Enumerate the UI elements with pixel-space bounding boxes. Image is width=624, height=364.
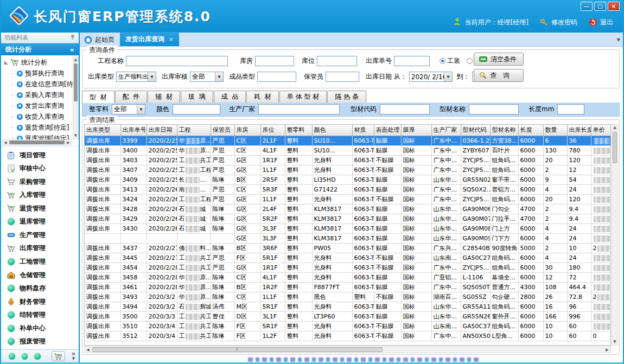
warehouse-input[interactable] [255, 56, 294, 66]
sidebar-item-采购管理[interactable]: 采购管理 [7, 177, 79, 187]
tree-item[interactable]: 发货出库查询 [3, 100, 79, 111]
column-header-库位[interactable]: 库位 [260, 125, 285, 136]
sidebar-item-退货管理[interactable]: 退货管理 [7, 204, 79, 213]
grid-vertical-scrollbar[interactable]: ▲ ▼ [612, 124, 618, 346]
table-row[interactable]: 调拨出库34452020/2/27工共工程严思F区5R1F整料光身料6063-T… [85, 253, 611, 263]
sidebar-item-入库管理[interactable]: 入库管理 [7, 190, 79, 200]
column-header-膜厚[interactable]: 膜厚 [401, 125, 431, 136]
table-row[interactable]: 调拨出库34282020/2/26石城陈琳G区2L4F整料KLM38176063… [85, 204, 611, 214]
logout-button[interactable]: 退出 [589, 18, 613, 27]
out-type-select[interactable]: 生产领料出库▼ [116, 72, 156, 82]
table-row[interactable]: 调拨出库34932020/3/2华原...陈琳C区1L1F整料黑色塑料不贴膜国标… [85, 292, 611, 302]
column-header-保管员[interactable]: 保管员 [211, 125, 234, 136]
close-button[interactable]: × [608, 2, 620, 11]
search-button[interactable]: 查 询 [474, 69, 524, 82]
scroll-right-icon[interactable]: ▶ [66, 141, 71, 145]
column-header-出库类型[interactable]: 出库类型 [85, 125, 120, 136]
column-header-长度[interactable]: 长度 [518, 125, 543, 136]
collapse-icon[interactable]: « [70, 46, 74, 54]
sidebar-item-报废管理[interactable]: 报废管理 [7, 337, 79, 346]
table-row[interactable]: 调拨出库35122020/3/4工共工程陈琳F区1L2F整料光身料6063-T5… [85, 331, 611, 341]
tree-item[interactable]: 采购入库查询 [3, 90, 79, 100]
scroll-down-icon[interactable]: ▼ [73, 133, 78, 138]
tree-item[interactable]: 收货入库查询 [3, 111, 79, 122]
keeper-input[interactable] [326, 72, 359, 82]
tree-vertical-scrollbar[interactable]: ▲ ▼ [73, 56, 79, 139]
tree-item[interactable]: 预算执行查询 [3, 68, 79, 79]
table-row[interactable]: G区3L3F整料KLM38176063-T5贴膜国标山东华...GA90M09.… [85, 233, 611, 243]
column-header-库房[interactable]: 库房 [234, 125, 260, 136]
sidebar-item-项目管理[interactable]: 项目管理 [7, 151, 79, 160]
table-row[interactable]: 调拨出库34032020/2/25工共工程严思G区1R1F整料光身料6063-T… [85, 155, 611, 165]
profile-code-input[interactable] [380, 104, 430, 114]
tab-home[interactable]: 起始页 [80, 33, 120, 46]
product-type-input[interactable] [257, 72, 296, 82]
out-audit-select[interactable]: 全部▼ [190, 72, 224, 82]
table-row[interactable]: 调拨出库34612020/2/28华原...陈琳B区1R2F整料F8877FT6… [85, 282, 611, 292]
scroll-down-icon[interactable]: ▼ [612, 339, 617, 345]
table-row[interactable]: 调拨出库34372020/2/27佛料...陈琳B区3R6F整料PW056063… [85, 243, 611, 253]
column-header-数量[interactable]: 数量 [543, 125, 567, 136]
column-header-型材代码[interactable]: 型材代码 [461, 125, 490, 136]
whole-part-select[interactable]: 全部▼ [112, 104, 145, 114]
tree-item[interactable]: 退货查询[待定] [3, 122, 79, 133]
color-input[interactable] [173, 104, 220, 114]
column-header-出库日期[interactable]: 出库日期 [147, 125, 177, 136]
column-header-出库单号[interactable]: 出库单号 [120, 125, 147, 136]
material-tab-成品[interactable]: 成 品 [214, 91, 246, 103]
column-header-颜色[interactable]: 颜色 [312, 125, 352, 136]
minimize-button[interactable]: — [581, 2, 593, 11]
tree-item[interactable]: 在途信息查询[待 [3, 79, 79, 90]
table-row[interactable]: 调拨出库35102020/3/4工共工程陈琳F区5R1F整料光身料6063-T5… [85, 321, 611, 331]
table-row[interactable]: 调拨出库34542020/2/28工共工程严思G区1R1F整料光身料6063-T… [85, 263, 611, 272]
date-from-select[interactable]: 2020/ 2/16▼ [409, 72, 453, 82]
change-password-button[interactable]: 修改密码 [540, 18, 577, 27]
scroll-left-icon[interactable]: ◀ [3, 141, 8, 145]
sidebar-item-财务管理[interactable]: 财务管理 [7, 297, 79, 306]
tree-horizontal-scrollbar[interactable]: ◀ ▶ [2, 139, 72, 145]
sidebar-item-审核中心[interactable]: 审核中心 [7, 164, 79, 173]
tree-expander-icon[interactable] [4, 61, 8, 65]
column-header-出库长度[interactable]: 出库长度 [567, 125, 591, 136]
scroll-left-icon[interactable]: ◀ [85, 348, 91, 352]
table-row[interactable]: 调拨出库34002020/2/25华原...严思C区4L1F整料SU10...6… [85, 145, 611, 155]
sidebar-item-补单中心[interactable]: 补单中心 [7, 324, 79, 333]
column-header-单价[interactable]: 单价 [591, 125, 611, 136]
material-tab-耗材[interactable]: 耗 材 [246, 91, 279, 103]
table-row[interactable]: 调拨出库34292020/2/26石城陈琳G区5R2F整料KLM38176063… [85, 214, 611, 223]
cart-footer-button[interactable] [52, 351, 65, 361]
material-tab-配件[interactable]: 配 件 [115, 91, 148, 103]
table-row[interactable]: 调拨出库34302020/2/26石城陈琳G区3L3F整料KLM38176063… [85, 223, 611, 233]
table-row[interactable]: 调拨出库34072020/2/25工工程严思G区1L1F整料光身料6063-T5… [85, 165, 611, 175]
table-row[interactable]: 调拨出库33992020/2/25华原...严思C区2L1F整料SU10...6… [85, 136, 611, 145]
sidebar-item-出库管理[interactable]: 出库管理 [7, 244, 79, 253]
column-header-生产厂家[interactable]: 生产厂家 [431, 125, 461, 136]
collapsed-menu-dot[interactable] [9, 353, 15, 360]
length-input[interactable] [557, 104, 584, 114]
material-tab-隔热条[interactable]: 隔 热 条 [327, 91, 366, 103]
column-header-材质[interactable]: 材质 [352, 125, 374, 136]
clear-conditions-button[interactable]: 清空条件 [474, 53, 524, 66]
table-row[interactable]: 调拨出库34582020/2/28华原...陈琳C区4L1F整料光身料6063-… [85, 272, 611, 282]
scroll-thumb[interactable] [613, 132, 617, 163]
order-no-input[interactable] [394, 56, 430, 66]
project-name-input[interactable] [126, 56, 228, 66]
sidebar-item-生产管理[interactable]: 生产管理 [7, 231, 79, 240]
column-header-型材名称[interactable]: 型材名称 [490, 125, 518, 136]
column-header-整零料[interactable]: 整零料 [285, 125, 312, 136]
material-tab-单体型材[interactable]: 单 体 型 材 [279, 91, 327, 103]
scroll-right-icon[interactable]: ▶ [604, 348, 610, 352]
table-row[interactable]: 调拨出库34132020/2/26南...严思C区5R3F整料G71422606… [85, 184, 611, 194]
tab-list-dropdown-icon[interactable]: ▼ [617, 37, 620, 42]
material-tab-辅材[interactable]: 辅 材 [148, 91, 180, 103]
sidebar-item-结转管理[interactable]: 结转管理 [7, 310, 79, 320]
pin-icon[interactable] [70, 34, 75, 42]
scroll-thumb[interactable] [9, 141, 65, 144]
grid-horizontal-scrollbar[interactable]: ◀ ⫴ ▶ [84, 346, 611, 353]
material-tab-型材[interactable]: 型 材 [82, 91, 114, 103]
scroll-thumb[interactable]: ⫴ [92, 347, 383, 352]
sidebar-item-仓储管理[interactable]: 仓储管理 [7, 271, 79, 280]
more-menus-button[interactable]: »▼ [72, 352, 75, 361]
tab-close-icon[interactable]: × [169, 36, 174, 43]
scroll-up-icon[interactable]: ▲ [612, 125, 617, 131]
